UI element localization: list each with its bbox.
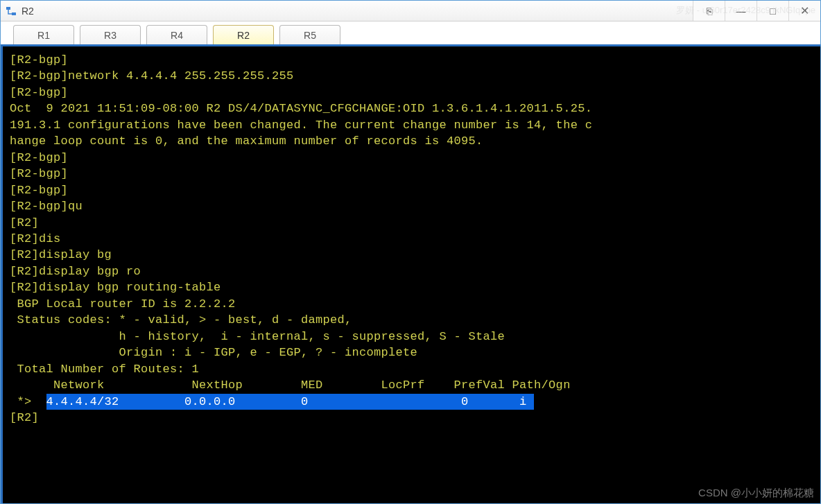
terminal-line: Origin : i - IGP, e - EGP, ? - incomplet… [10, 345, 813, 360]
terminal-line: [R2-bgp] [10, 150, 813, 166]
terminal-line: h - history, i - internal, s - suppresse… [10, 329, 813, 345]
tab-r3[interactable]: R3 [80, 25, 141, 44]
terminal-line: Status codes: * - valid, > - best, d - d… [10, 312, 813, 328]
terminal-line: [R2-bgp]network 4.4.4.4 255.255.255.255 [10, 68, 813, 84]
extra-button[interactable]: ⎘ [693, 1, 725, 21]
tab-r1[interactable]: R1 [13, 25, 74, 44]
app-icon [5, 5, 17, 17]
app-window: R2 ⎘ — □ ✕ R1 R3 R4 R2 R5 [R2-bgp][R2-bg… [0, 0, 821, 504]
svg-rect-1 [12, 12, 16, 15]
terminal-line: [R2-bgp]qu [10, 198, 813, 214]
terminal-line: Total Number of Routes: 1 [10, 361, 813, 377]
window-title: R2 [21, 6, 34, 17]
terminal-line: Oct 9 2021 11:51:09-08:00 R2 DS/4/DATASY… [10, 101, 813, 116]
tab-r5[interactable]: R5 [279, 25, 340, 44]
terminal-line: [R2-bgp] [10, 85, 813, 101]
minimize-button[interactable]: — [725, 1, 757, 21]
terminal-line: hange loop count is 0, and the maximum n… [10, 133, 813, 149]
terminal-line: [R2-bgp] [10, 166, 813, 182]
terminal-line: [R2]display bg [10, 247, 813, 263]
terminal-line: Network NextHop MED LocPrf PrefVal Path/… [10, 377, 813, 393]
terminal-line: [R2]display bgp ro [10, 263, 813, 279]
svg-rect-0 [6, 7, 10, 10]
terminal-line: [R2]display bgp routing-table [10, 279, 813, 295]
maximize-button[interactable]: □ [757, 1, 788, 21]
tab-bar: R1 R3 R4 R2 R5 [1, 21, 820, 46]
terminal-output[interactable]: [R2-bgp][R2-bgp]network 4.4.4.4 255.255.… [1, 46, 820, 503]
terminal-line: [R2]dis [10, 231, 813, 247]
selected-route-row: 4.4.4.4/32 0.0.0.0 0 0 i [46, 394, 535, 410]
tab-r4[interactable]: R4 [146, 25, 207, 44]
terminal-line: 191.3.1 configurations have been changed… [10, 117, 813, 133]
terminal-prompt: [R2] [10, 410, 813, 426]
tab-r2[interactable]: R2 [213, 25, 274, 44]
titlebar: R2 ⎘ — □ ✕ [1, 1, 820, 21]
terminal-line: [R2-bgp] [10, 182, 813, 198]
terminal-line: BGP Local router ID is 2.2.2.2 [10, 296, 813, 312]
close-button[interactable]: ✕ [788, 1, 820, 21]
terminal-line: *> 4.4.4.4/32 0.0.0.0 0 0 i [10, 394, 813, 410]
terminal-line: [R2-bgp] [10, 52, 813, 68]
terminal-line: [R2] [10, 215, 813, 231]
titlebar-controls: ⎘ — □ ✕ [693, 1, 820, 21]
